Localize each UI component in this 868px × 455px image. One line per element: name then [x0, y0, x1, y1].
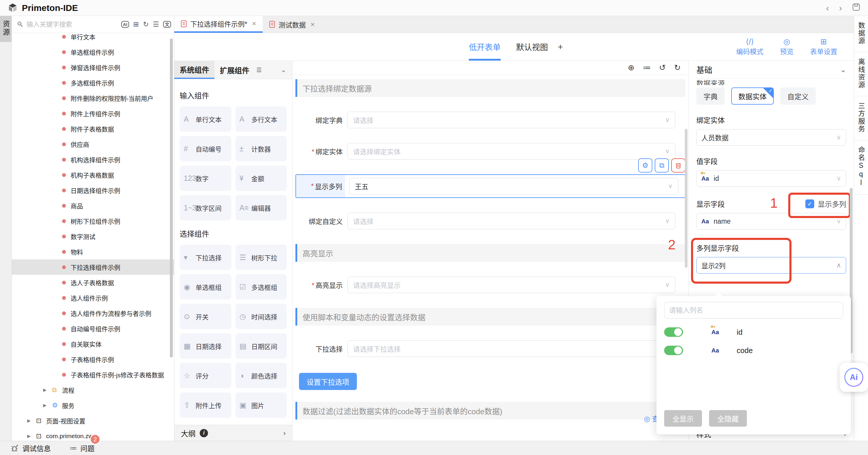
new-model-icon[interactable]: ⊞ — [133, 21, 139, 28]
tree-item[interactable]: ▶ 供应商 — [12, 136, 174, 152]
tree-item[interactable]: ▶ 子表格组件示例-js修改子表格数据 — [12, 367, 174, 382]
copy-button[interactable]: ⧉ — [655, 158, 669, 173]
chevron-right-icon[interactable]: › — [283, 429, 286, 437]
palette-tab[interactable]: 系统组件 — [174, 61, 215, 79]
problems-item[interactable]: ≔ 问题 2 — [70, 443, 95, 453]
nav-forward-icon[interactable]: › — [839, 4, 842, 12]
tree-item[interactable]: ▶ 机构子表格数据 — [12, 167, 174, 183]
palette-component[interactable]: 1~3 数字区间 — [180, 195, 231, 220]
tree-item[interactable]: ▶ 下拉选择组件示例 — [12, 260, 174, 275]
refresh-icon[interactable]: ↻ — [143, 21, 149, 28]
palette-component[interactable]: ▣ 图片 — [236, 392, 287, 418]
view-tab[interactable]: 默认视图 — [516, 33, 548, 61]
outline-footer[interactable]: 大纲 i › — [174, 425, 292, 441]
multi-column-checkbox[interactable]: ✓ 显示多列 — [805, 199, 846, 209]
tree-item[interactable]: ▶ 商品 — [12, 198, 174, 213]
tree-item[interactable]: ▶ 日期选择组件示例 — [12, 183, 174, 198]
palette-component[interactable]: ▾ 下拉选择 — [180, 245, 231, 270]
tree-item[interactable]: ▶ 选人组件作为流程参与者示例 — [12, 305, 174, 321]
palette-component[interactable]: ☆ 评分 — [180, 363, 231, 388]
palette-component[interactable]: ◑ 颜色选择 — [236, 363, 287, 388]
tree-item[interactable]: ▶ 单选框组件示例 — [12, 44, 174, 60]
tree-item[interactable]: ▶ 附件上传组件示例 — [12, 106, 174, 121]
tree-item[interactable]: ▶ 子表格组件示例 — [12, 352, 174, 367]
resources-tab[interactable]: 资源 — [0, 16, 11, 42]
bind-entity-select[interactable]: 请选择绑定实体 ∨ — [347, 143, 675, 159]
document-tab[interactable]: 下拉选择组件示例* × — [174, 16, 262, 33]
close-icon[interactable]: × — [252, 20, 256, 28]
view-action[interactable]: ⊞ 表单设置 — [810, 37, 837, 56]
selected-component-multi-col[interactable]: ⚙ ⧉ *显示多列 王五 ∨ — [296, 174, 685, 198]
tree-item[interactable]: ▶ 流程 — [12, 382, 174, 398]
palette-component[interactable]: ◷ 时间选择 — [236, 304, 287, 329]
display-field-select[interactable]: Aa name ∨ — [696, 213, 846, 230]
nav-back-icon[interactable]: ‹ — [826, 4, 829, 12]
palette-component[interactable]: ⇧ 附件上传 — [180, 392, 231, 418]
expand-arrow-icon[interactable]: ▶ — [43, 387, 52, 393]
palette-menu-icon[interactable]: ☰ — [256, 61, 262, 79]
globe-icon[interactable]: ⊕ — [628, 64, 634, 72]
multi-col-select[interactable]: 王五 ∨ — [349, 178, 678, 194]
props-section-basic[interactable]: 基础 ⌄ — [696, 61, 846, 79]
section-header[interactable]: 下拉选择绑定数据源 — [296, 79, 685, 97]
tree-item[interactable]: ▶ 机构选择组件示例 — [12, 152, 174, 167]
column-visibility-toggle[interactable] — [664, 346, 683, 355]
tree-item[interactable]: ▶ 数字测试 — [12, 229, 174, 244]
delete-button[interactable] — [671, 158, 685, 173]
bind-custom-select[interactable]: 请选择 ∨ — [347, 213, 675, 229]
tree-item[interactable]: ▶ 弹窗选择组件示例 — [12, 60, 174, 75]
tree-scrollbar[interactable] — [170, 38, 173, 358]
palette-component[interactable]: ▤ 日期区间 — [236, 333, 287, 359]
palette-component[interactable]: ☑ 多选框组 — [236, 274, 287, 300]
tree-item[interactable]: ▶ 单行文本 — [12, 29, 174, 44]
right-strip-tab[interactable]: 数据源 — [854, 16, 868, 52]
palette-component[interactable]: A≡ 编辑器 — [236, 195, 287, 220]
view-action[interactable]: ⟨/⟩ 编码模式 — [736, 37, 764, 56]
data-source-option[interactable]: 字典 ✓ — [696, 87, 725, 104]
add-view-button[interactable]: + — [558, 42, 563, 52]
tree-item[interactable]: ▶ 物料 — [12, 244, 174, 260]
multi-display-select[interactable]: 显示2列 ∧ — [696, 257, 846, 274]
palette-component[interactable]: A 单行文本 — [180, 107, 231, 132]
dropdown-select[interactable]: 请选择下拉选择 ∨ — [347, 340, 675, 357]
save-icon[interactable] — [852, 3, 860, 13]
tree-item[interactable]: ▶ 选人组件示例 — [12, 290, 174, 305]
redo-icon[interactable]: ↻ — [674, 64, 681, 72]
palette-component[interactable]: ▦ 日期选择 — [180, 333, 231, 359]
canvas-scrollbar[interactable] — [685, 129, 687, 268]
outline-icon[interactable]: ≔ — [643, 64, 651, 72]
expand-arrow-icon[interactable]: ▶ — [27, 433, 36, 439]
section-header[interactable]: 数据过滤(过滤出数据实体的code等于当前表单的code数据) — [296, 402, 685, 420]
show-all-button[interactable]: 全显示 — [664, 410, 702, 427]
settings-button[interactable]: ⚙ — [638, 158, 652, 173]
palette-component[interactable]: # 自动编号 — [180, 136, 231, 161]
ai-icon[interactable]: AI — [121, 21, 129, 28]
palette-component[interactable]: ⊙ 开关 — [180, 304, 231, 329]
palette-component[interactable]: ± 计数器 — [236, 136, 287, 161]
right-strip-tab[interactable]: 三方服务 — [854, 96, 868, 140]
view-tab[interactable]: 低开表单 — [469, 33, 501, 61]
tree-item[interactable]: ▶ 附件子表格数据 — [12, 121, 174, 136]
translate-icon[interactable]: 文 — [163, 21, 171, 28]
tree-item[interactable]: ▶ 服务 — [12, 398, 174, 413]
checkbox-checked-icon[interactable]: ✓ — [805, 200, 814, 208]
hide-all-button[interactable]: 全隐藏 — [709, 410, 747, 427]
section-header[interactable]: 使用脚本和变量动态的设置选择数据 — [296, 308, 685, 326]
sort-icon[interactable]: ☰ — [153, 21, 159, 28]
palette-component[interactable]: ¥ 金额 — [236, 165, 287, 191]
ai-assistant-button[interactable]: Ai — [844, 368, 863, 387]
document-tab[interactable]: 测试数据 × — [262, 16, 321, 33]
palette-component[interactable]: A 多行文本 — [236, 107, 287, 132]
tree-item[interactable]: ▶ 自关联实体 — [12, 336, 174, 352]
view-action[interactable]: ◎ 预览 — [780, 37, 794, 56]
tree-item[interactable]: ▶ 选人子表格数据 — [12, 275, 174, 290]
palette-component[interactable]: ◉ 单选框组 — [180, 274, 231, 300]
palette-collapse-icon[interactable]: ⌄ — [281, 61, 286, 79]
expand-arrow-icon[interactable]: ▶ — [27, 418, 36, 423]
search-input[interactable] — [27, 21, 117, 28]
set-dropdown-options-button[interactable]: 设置下拉选项 — [299, 373, 357, 390]
debug-info-item[interactable]: 调试信息 — [11, 443, 51, 453]
section-header[interactable]: 高亮显示 — [296, 244, 685, 262]
undo-icon[interactable]: ↺ — [659, 64, 666, 72]
palette-tab[interactable]: 扩展组件 — [215, 61, 255, 79]
